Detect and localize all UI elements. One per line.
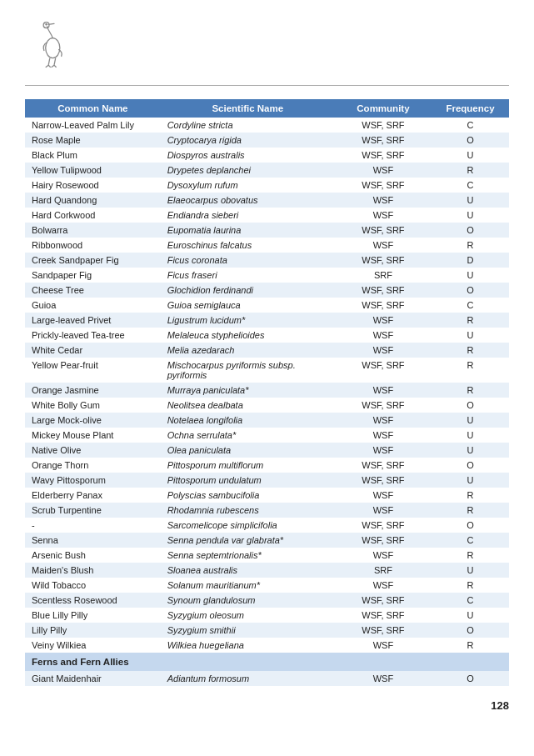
cell-frequency: O [432,518,509,533]
cell-community: WSF, SRF [335,608,432,623]
cell-common-name: Cheese Tree [25,283,161,298]
table-row: Yellow TulipwoodDrypetes deplancheiWSFR [25,163,509,178]
cell-frequency: U [432,328,509,343]
svg-point-2 [46,24,47,25]
cell-community: WSF, SRF [335,623,432,638]
table-row: Cheese TreeGlochidion ferdinandiWSF, SRF… [25,283,509,298]
species-table: Common Name Scientific Name Community Fr… [25,99,509,686]
cell-frequency: C [432,533,509,548]
bird-logo-icon [29,21,79,71]
cell-community: WSF [335,443,432,458]
cell-community: WSF [335,343,432,358]
table-row: White CedarMelia azedarachWSFR [25,343,509,358]
cell-common-name: Hairy Rosewood [25,178,161,193]
cell-common-name: Orange Thorn [25,458,161,473]
cell-scientific-name: Dysoxylum rufum [161,178,335,193]
cell-common-name: Arsenic Bush [25,548,161,563]
table-row: Elderberry PanaxPolyscias sambucifoliaWS… [25,488,509,503]
cell-common-name: Yellow Tulipwood [25,163,161,178]
table-row: SennaSenna pendula var glabrata*WSF, SRF… [25,533,509,548]
cell-common-name: Wavy Pittosporum [25,473,161,488]
table-row: BolwarraEupomatia laurinaWSF, SRFO [25,223,509,238]
cell-common-name: Narrow-Leaved Palm Lily [25,118,161,133]
cell-community: WSF, SRF [335,283,432,298]
cell-frequency: R [432,313,509,328]
cell-frequency: C [432,118,509,133]
cell-frequency: O [432,223,509,238]
cell-frequency: R [432,383,509,398]
cell-scientific-name: Murraya paniculata* [161,383,335,398]
cell-frequency: C [432,178,509,193]
cell-frequency: O [432,133,509,148]
cell-frequency: R [432,638,509,653]
cell-frequency: C [432,298,509,313]
cell-community: WSF [335,413,432,428]
cell-scientific-name: Rhodamnia rubescens [161,503,335,518]
cell-common-name: Elderberry Panax [25,488,161,503]
table-row: RibbonwoodEuroschinus falcatusWSFR [25,238,509,253]
cell-community: WSF, SRF [335,253,432,268]
table-row: Hard QuandongElaeocarpus obovatusWSFU [25,193,509,208]
cell-common-name: Senna [25,533,161,548]
cell-scientific-name: Senna pendula var glabrata* [161,533,335,548]
cell-frequency: U [432,148,509,163]
cell-frequency: R [432,548,509,563]
cell-scientific-name: Pittosporum undulatum [161,473,335,488]
cell-frequency: U [432,473,509,488]
cell-scientific-name: Ficus coronata [161,253,335,268]
table-row: Maiden's BlushSloanea australisSRFU [25,563,509,578]
cell-common-name: Giant Maidenhair [25,671,161,686]
cell-common-name: Sandpaper Fig [25,268,161,283]
cell-scientific-name: Glochidion ferdinandi [161,283,335,298]
cell-scientific-name: Euroschinus falcatus [161,238,335,253]
cell-community: WSF, SRF [335,398,432,413]
cell-common-name: Native Olive [25,443,161,458]
cell-common-name: Scentless Rosewood [25,593,161,608]
cell-scientific-name: Melia azedarach [161,343,335,358]
cell-frequency: U [432,428,509,443]
cell-frequency: R [432,503,509,518]
cell-common-name: Wild Tobacco [25,578,161,593]
cell-frequency: R [432,238,509,253]
cell-scientific-name: Ligustrum lucidum* [161,313,335,328]
table-row: -Sarcomelicope simplicifoliaWSF, SRFO [25,518,509,533]
cell-scientific-name: Olea paniculata [161,443,335,458]
cell-scientific-name: Wilkiea huegeliana [161,638,335,653]
table-row: Sandpaper FigFicus fraseriSRFU [25,268,509,283]
cell-common-name: Rose Maple [25,133,161,148]
table-header-row: Common Name Scientific Name Community Fr… [25,99,509,118]
table-row: Orange JasmineMurraya paniculata*WSFR [25,383,509,398]
cell-community: WSF [335,488,432,503]
cell-frequency: O [432,398,509,413]
cell-community: WSF, SRF [335,148,432,163]
cell-frequency: U [432,268,509,283]
cell-scientific-name: Drypetes deplanchei [161,163,335,178]
cell-frequency: O [432,458,509,473]
cell-community: WSF [335,193,432,208]
cell-common-name: Guioa [25,298,161,313]
cell-frequency: O [432,283,509,298]
cell-scientific-name: Neolitsea dealbata [161,398,335,413]
cell-frequency: R [432,343,509,358]
table-row: Veiny WilkieaWilkiea huegelianaWSFR [25,638,509,653]
cell-common-name: Scrub Turpentine [25,503,161,518]
cell-scientific-name: Adiantum formosum [161,671,335,686]
cell-community: WSF, SRF [335,298,432,313]
cell-common-name: Hard Quandong [25,193,161,208]
cell-community: WSF [335,428,432,443]
cell-frequency: U [432,193,509,208]
col-frequency: Frequency [432,99,509,118]
cell-scientific-name: Sloanea australis [161,563,335,578]
page-header [25,17,509,86]
table-row: Narrow-Leaved Palm LilyCordyline stricta… [25,118,509,133]
cell-frequency: U [432,563,509,578]
cell-frequency: D [432,253,509,268]
cell-scientific-name: Senna septemtrionalis* [161,548,335,563]
cell-community: WSF [335,163,432,178]
cell-common-name: Prickly-leaved Tea-tree [25,328,161,343]
table-row: Black PlumDiospyros australisWSF, SRFU [25,148,509,163]
cell-common-name: Creek Sandpaper Fig [25,253,161,268]
table-row: Prickly-leaved Tea-treeMelaleuca styphel… [25,328,509,343]
table-row: Rose MapleCryptocarya rigidaWSF, SRFO [25,133,509,148]
cell-community: WSF, SRF [335,533,432,548]
